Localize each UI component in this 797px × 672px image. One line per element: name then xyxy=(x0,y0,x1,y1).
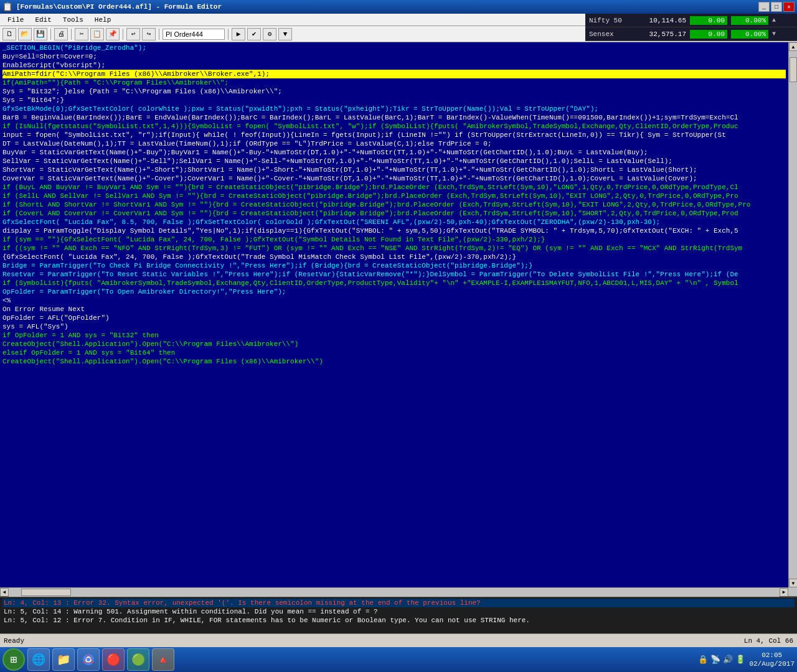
more-button[interactable]: ▼ xyxy=(278,28,292,40)
code-line-36[interactable]: CreateObject("Shell.Application").Open("… xyxy=(2,357,786,366)
window-icon: 📋 xyxy=(2,2,12,12)
code-line-31[interactable]: OpFolder = AFL("OpFolder") xyxy=(2,314,786,322)
scroll-left-arrow[interactable]: ◄ xyxy=(0,588,9,597)
code-editor[interactable]: _SECTION_BEGIN("PiBridge_Zerodha"); Buy=… xyxy=(0,42,788,587)
code-line-3[interactable]: AmiPath=fdir("C:\\Program Files (x86)\\A… xyxy=(2,70,786,78)
open-button[interactable]: 📂 xyxy=(18,28,32,40)
status-text: Ready xyxy=(4,637,24,645)
code-line-19[interactable]: if (CoverL AND CoverVar != CoverVar1 AND… xyxy=(2,209,786,218)
save-button[interactable]: 💾 xyxy=(34,28,47,40)
status-position: Ln 4, Col 66 xyxy=(744,637,793,645)
ticker-pct-nifty: 0.00% xyxy=(731,16,768,25)
ticker-scroll-down[interactable]: ▼ xyxy=(772,30,776,37)
code-line-33[interactable]: if OpFolder = 1 AND sys = "Bit32" then xyxy=(2,331,786,340)
code-line-34[interactable]: CreateObject("Shell.Application").Open("… xyxy=(2,340,786,348)
check-button[interactable]: ✔ xyxy=(247,28,261,40)
code-line-10[interactable]: input = fopen( "SymbolList.txt", "r");if… xyxy=(2,131,786,139)
formula-name-input[interactable] xyxy=(163,29,225,40)
tb-sep1 xyxy=(50,29,51,40)
h-scroll-track[interactable] xyxy=(9,588,780,597)
redo-button[interactable]: ↪ xyxy=(142,28,156,40)
ticker-row-sensex: Sensex 32,575.17 0.00 0.00% ▼ xyxy=(585,27,797,41)
settings-button[interactable]: ⚙ xyxy=(263,28,276,40)
tb-sep5 xyxy=(228,29,229,40)
code-line-17[interactable]: if (SellL AND SellVar != SellVar1 AND Sy… xyxy=(2,192,786,200)
message-line-1: Ln: 5, Col: 14 : Warning 501. Assignment… xyxy=(2,607,795,616)
code-line-35[interactable]: elseif OpFolder = 1 AND sys = "Bit64" th… xyxy=(2,348,786,357)
menu-edit[interactable]: Edit xyxy=(30,15,56,25)
code-line-0[interactable]: _SECTION_BEGIN("PiBridge_Zerodha"); xyxy=(2,44,786,52)
code-line-30[interactable]: On Error Resume Next xyxy=(2,305,786,314)
new-button[interactable]: 🗋 xyxy=(2,28,16,40)
scroll-right-arrow[interactable]: ► xyxy=(780,588,788,597)
ticker-scroll-up[interactable]: ▲ xyxy=(772,17,776,24)
menu-help[interactable]: Help xyxy=(90,15,116,25)
code-line-18[interactable]: if (ShortL AND ShortVar != ShortVar1 AND… xyxy=(2,200,786,209)
cut-button[interactable]: ✂ xyxy=(75,28,88,40)
code-line-13[interactable]: SellVar = StaticVarGetText(Name()+"-Sell… xyxy=(2,157,786,166)
ticker-value-nifty: 10,114.65 xyxy=(636,17,686,24)
tb-sep3 xyxy=(123,29,123,40)
code-line-9[interactable]: if (IsNull(fgetstatus("SymbolList.txt",1… xyxy=(2,122,786,131)
code-line-6[interactable]: Sys = "Bit64";} xyxy=(2,96,786,105)
message-line-0: Ln: 4, Col: 13 : Error 32. Syntax error,… xyxy=(2,599,795,607)
vertical-scrollbar[interactable]: ▲ ▼ xyxy=(788,42,797,587)
paste-button[interactable]: 📌 xyxy=(106,28,120,40)
code-line-1[interactable]: Buy=Sell=Short=Cover=0; xyxy=(2,52,786,61)
horizontal-scrollbar[interactable]: ◄ ► xyxy=(0,587,788,596)
scroll-down-arrow[interactable]: ▼ xyxy=(789,579,797,587)
message-panel: Ln: 4, Col: 13 : Error 32. Syntax error,… xyxy=(0,596,797,633)
tb-sep4 xyxy=(159,29,159,40)
scroll-thumb[interactable] xyxy=(790,57,797,82)
code-line-24[interactable]: {GfxSelectFont( "Lucida Fax", 24, 700, F… xyxy=(2,253,786,261)
code-line-2[interactable]: EnableScript("vbscript"); xyxy=(2,61,786,70)
undo-button[interactable]: ↩ xyxy=(126,28,140,40)
ticker-change-sensex: 0.00 xyxy=(690,30,727,39)
menu-file[interactable]: File xyxy=(2,15,29,25)
ticker-name-nifty: Nifty 50 xyxy=(589,17,633,24)
copy-button[interactable]: 📋 xyxy=(90,28,104,40)
code-line-25[interactable]: Bridge = ParamTrigger("To Check Pi Bridg… xyxy=(2,261,786,270)
ticker-change-nifty: 0.00 xyxy=(690,16,727,25)
code-line-20[interactable]: GfxSelectFont( "Lucida Fax", 8.5, 700, F… xyxy=(2,218,786,226)
title-bar: 📋 [Formulas\Custom\PI Order444.afl] - Fo… xyxy=(0,0,797,14)
code-line-5[interactable]: Sys = "Bit32"; }else {Path = "C:\\Progra… xyxy=(2,87,786,96)
code-line-14[interactable]: ShortVar = StaticVarGetText(Name()+"-Sho… xyxy=(2,166,786,174)
code-line-26[interactable]: Resetvar = ParamTrigger("To Reset Static… xyxy=(2,270,786,279)
window-title: [Formulas\Custom\PI Order444.afl] - Form… xyxy=(16,3,222,11)
status-bar: Ready Ln 4, Col 66 xyxy=(0,633,797,647)
minimize-button[interactable]: _ xyxy=(758,2,770,12)
print-button[interactable]: 🖨 xyxy=(54,28,68,40)
code-line-29[interactable]: <% xyxy=(2,296,786,305)
code-line-15[interactable]: CoverVar = StaticVarGetText(Name()+"-Cov… xyxy=(2,174,786,183)
run-button[interactable]: ▶ xyxy=(232,28,245,40)
code-line-11[interactable]: DT = LastValue(DateNum(),1);TT = LastVal… xyxy=(2,139,786,148)
code-line-28[interactable]: OpFolder = ParamTrigger("To Open Amibrok… xyxy=(2,287,786,296)
window-controls[interactable]: _ □ ✕ xyxy=(758,2,795,12)
ticker-name-sensex: Sensex xyxy=(589,30,633,38)
close-button[interactable]: ✕ xyxy=(783,2,795,12)
editor-area: _SECTION_BEGIN("PiBridge_Zerodha"); Buy=… xyxy=(0,42,797,633)
scroll-track[interactable] xyxy=(789,51,797,579)
code-line-16[interactable]: if (BuyL AND BuyVar != BuyVar1 AND Sym !… xyxy=(2,183,786,192)
message-line-2: Ln: 5, Col: 12 : Error 7. Condition in I… xyxy=(2,616,795,625)
ticker-pct-sensex: 0.00% xyxy=(731,30,768,39)
ticker-value-sensex: 32,575.17 xyxy=(636,30,686,38)
code-line-21[interactable]: display = ParamToggle("Display Symbol De… xyxy=(2,226,786,235)
code-line-22[interactable]: if (sym == ""){GfxSelectFont( "Lucida Fa… xyxy=(2,235,786,244)
tb-sep2 xyxy=(71,29,72,40)
code-line-7[interactable]: GfxSetBkMode(0);GfxSetTextColor( colorWh… xyxy=(2,105,786,113)
code-line-4[interactable]: if(AmiPath=""){Path = "C:\\Program Files… xyxy=(2,78,786,87)
stock-ticker: Nifty 50 10,114.65 0.00 0.00% ▲ Sensex 3… xyxy=(585,14,797,41)
code-line-12[interactable]: BuyVar = StaticVarGetText(Name()+"-Buy")… xyxy=(2,148,786,157)
code-line-23[interactable]: if ((sym != "" AND Exch == "NFO" AND Str… xyxy=(2,244,786,253)
h-scroll-thumb[interactable] xyxy=(21,589,71,596)
menu-tools[interactable]: Tools xyxy=(58,15,88,25)
code-line-27[interactable]: if (SymbolList){fputs( "AmibrokerSymbol,… xyxy=(2,279,786,287)
scroll-up-arrow[interactable]: ▲ xyxy=(789,42,797,51)
ticker-row-nifty: Nifty 50 10,114.65 0.00 0.00% ▲ xyxy=(585,14,797,27)
code-line-32[interactable]: sys = AFL("Sys") xyxy=(2,322,786,331)
maximize-button[interactable]: □ xyxy=(771,2,782,12)
code-line-8[interactable]: BarB = BeginValue(BarIndex());BarE = End… xyxy=(2,113,786,122)
